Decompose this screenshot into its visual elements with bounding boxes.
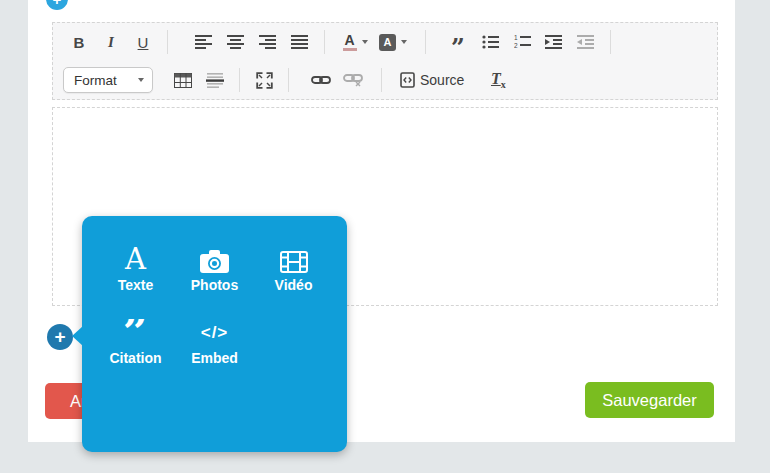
- source-label: Source: [420, 72, 464, 88]
- add-block-button[interactable]: +: [47, 324, 73, 350]
- background-color-button[interactable]: A: [377, 28, 409, 56]
- text-color-button[interactable]: A: [339, 28, 371, 56]
- svg-text:1: 1: [514, 34, 518, 41]
- italic-button[interactable]: I: [95, 28, 127, 56]
- decrease-indent-button[interactable]: [570, 28, 602, 56]
- insert-content-popup: A Texte Photos: [82, 216, 347, 452]
- table-icon: [174, 73, 192, 88]
- quote-icon: ”: [123, 319, 148, 347]
- source-icon: [400, 72, 415, 88]
- divider: [239, 68, 240, 92]
- insert-photos-item[interactable]: Photos: [175, 240, 254, 293]
- page: + B I U A: [0, 0, 770, 473]
- underline-button[interactable]: U: [127, 28, 159, 56]
- divider: [324, 30, 325, 54]
- bold-button[interactable]: B: [63, 28, 95, 56]
- remove-format-icon: Tx: [491, 70, 506, 90]
- blockquote-icon: ”: [451, 43, 465, 53]
- unlink-icon: [343, 73, 363, 87]
- remove-format-button[interactable]: Tx: [482, 66, 514, 94]
- chevron-down-icon: [401, 40, 407, 44]
- save-button-label: Sauvegarder: [602, 391, 696, 410]
- align-right-button[interactable]: [252, 28, 284, 56]
- align-right-icon: [259, 34, 277, 50]
- insert-texte-item[interactable]: A Texte: [96, 240, 175, 293]
- bulleted-list-icon: [482, 34, 499, 50]
- toolbar-row-1: B I U A: [53, 23, 717, 61]
- divider: [381, 68, 382, 92]
- insert-item-label: Citation: [96, 350, 175, 366]
- align-left-button[interactable]: [188, 28, 220, 56]
- increase-indent-button[interactable]: [538, 28, 570, 56]
- justify-icon: [291, 34, 309, 50]
- italic-icon: I: [108, 34, 114, 51]
- align-center-button[interactable]: [220, 28, 252, 56]
- chevron-down-icon: [362, 40, 368, 44]
- divider: [167, 30, 168, 54]
- underline-icon: U: [138, 34, 149, 51]
- horizontal-rule-icon: [206, 72, 224, 88]
- background-color-icon: A: [379, 34, 396, 51]
- insert-item-label: Photos: [175, 277, 254, 293]
- decrease-indent-icon: [577, 34, 595, 50]
- embed-icon: </>: [201, 323, 229, 347]
- horizontal-rule-button[interactable]: [199, 66, 231, 94]
- insert-embed-item[interactable]: </> Embed: [175, 313, 254, 366]
- maximize-button[interactable]: [248, 66, 280, 94]
- source-button[interactable]: Source: [396, 66, 468, 94]
- link-button[interactable]: [305, 66, 337, 94]
- link-icon: [311, 74, 331, 86]
- text-color-icon: A: [343, 33, 357, 51]
- numbered-list-button[interactable]: 12: [506, 28, 538, 56]
- film-icon: [279, 250, 309, 274]
- unlink-button[interactable]: [337, 66, 369, 94]
- numbered-list-icon: 12: [514, 34, 531, 50]
- bold-icon: B: [74, 34, 85, 51]
- divider: [288, 68, 289, 92]
- chevron-down-icon: [138, 78, 144, 82]
- plus-icon: +: [53, 0, 62, 7]
- justify-button[interactable]: [284, 28, 316, 56]
- insert-citation-item[interactable]: ” Citation: [96, 313, 175, 366]
- insert-item-label: Embed: [175, 350, 254, 366]
- blockquote-button[interactable]: ”: [442, 28, 474, 56]
- insert-item-label: Vidéo: [254, 277, 333, 293]
- plus-icon: +: [54, 327, 65, 346]
- save-button[interactable]: Sauvegarder: [585, 382, 714, 418]
- insert-table-button[interactable]: [167, 66, 199, 94]
- bulleted-list-button[interactable]: [474, 28, 506, 56]
- format-dropdown[interactable]: Format: [63, 67, 153, 93]
- camera-icon: [199, 249, 230, 274]
- svg-text:2: 2: [514, 42, 518, 49]
- format-dropdown-value: Format: [74, 73, 133, 88]
- text-icon: A: [125, 245, 146, 274]
- popup-grid: A Texte Photos: [96, 240, 336, 386]
- divider: [610, 30, 611, 54]
- editor-toolbar: B I U A: [52, 22, 718, 100]
- maximize-icon: [256, 72, 273, 89]
- insert-item-label: Texte: [96, 277, 175, 293]
- divider: [425, 30, 426, 54]
- align-left-icon: [195, 34, 213, 50]
- insert-video-item[interactable]: Vidéo: [254, 240, 333, 293]
- toolbar-row-2: Format Source: [53, 61, 717, 99]
- align-center-icon: [227, 34, 245, 50]
- increase-indent-icon: [545, 34, 563, 50]
